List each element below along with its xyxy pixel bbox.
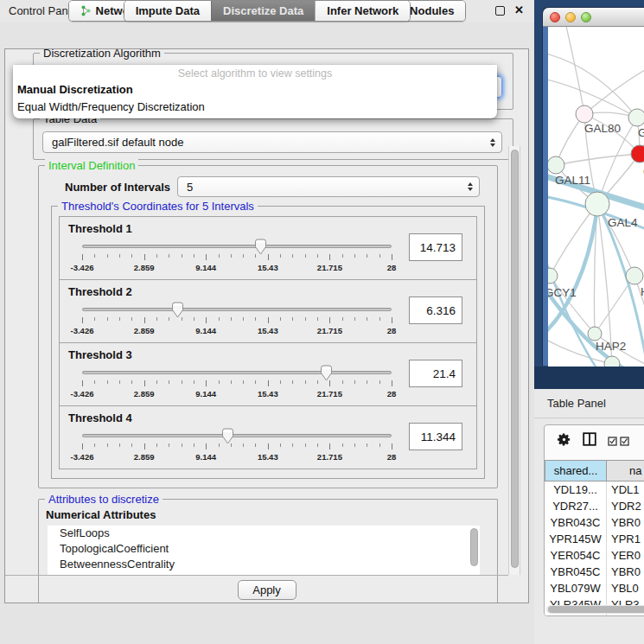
threshold-slider[interactable]: -3.4262.8599.14415.4321.71528 [82,303,392,341]
slider-thumb[interactable] [319,365,334,382]
threshold-slider[interactable]: -3.4262.8599.14415.4321.71528 [82,429,392,467]
network-node-gcy1[interactable] [548,268,558,284]
threshold-value-field[interactable]: 21.4 [409,360,462,387]
table-row[interactable]: YBR043CYBR0 [545,514,644,531]
table-row[interactable]: YER054CYER0 [545,547,644,564]
slider-thumb[interactable] [220,428,235,445]
tick-mark [392,380,392,386]
table-hscrollbar[interactable] [546,605,644,614]
interval-definition-title: Interval Definition [45,159,138,172]
slider-tick-label: 9.144 [195,389,216,399]
table-cell[interactable]: YBR0 [607,564,644,580]
tick-mark [292,380,293,384]
network-node-gal11[interactable] [548,156,564,174]
network-edge [556,154,640,165]
scrollbar-thumb[interactable] [511,150,519,568]
number-of-intervals-combobox[interactable]: 5 [177,176,480,197]
table-cell[interactable]: YBR045C [545,564,607,580]
network-edge [584,61,644,114]
tab-discretize-data[interactable]: Discretize Data [211,1,315,21]
table-cell[interactable]: YDL19... [545,481,607,498]
gear-icon[interactable] [557,432,571,450]
tick-mark [82,443,83,450]
apply-button[interactable]: Apply [238,580,296,600]
column-header-shared-[interactable]: shared... [545,460,607,481]
network-canvas[interactable]: GAL80GACGAL11GAL4GCY1HHAP2 [548,27,644,367]
slider-tick-label: 9.144 [195,326,216,335]
network-node-ga[interactable] [628,109,644,126]
table-cell[interactable]: YER0 [607,547,644,564]
slider-track[interactable] [82,371,392,374]
tick-mark [243,254,244,258]
algorithm-option-manual-discretization[interactable]: Manual Discretization [13,81,497,99]
algorithm-option-equal-width-frequency-discretization[interactable]: Equal Width/Frequency Discretization [13,99,497,116]
zoom-traffic-icon[interactable] [581,12,591,22]
tick-mark [156,380,157,384]
threshold-label: Threshold 2 [68,285,132,298]
threshold-value-field[interactable]: 14.713 [409,233,462,261]
threshold-slider[interactable]: -3.4262.8599.14415.4321.71528 [82,366,392,404]
tick-mark [144,317,145,323]
threshold-value-field[interactable]: 11.344 [409,423,462,450]
tick-mark [255,317,256,321]
slider-track[interactable] [82,245,392,248]
table-row[interactable]: YBL079WYBL0 [545,580,644,596]
slider-track[interactable] [82,434,392,437]
tick-mark [329,254,330,260]
tab-impute-data[interactable]: Impute Data [124,1,211,21]
table-cell[interactable]: YDR27... [545,498,607,514]
scrollbar-thumb[interactable] [548,606,644,613]
network-node-h[interactable] [626,267,643,284]
tick-mark [94,443,95,447]
slider-tick-label: 28 [387,452,397,462]
threshold-value-field[interactable]: 6.316 [409,296,462,324]
network-node-gal4[interactable] [585,192,609,216]
table-row[interactable]: YDL19...YDL1 [545,481,644,498]
tick-mark [206,254,207,260]
table-data-combobox[interactable]: galFiltered.sif default node [42,131,502,153]
minimize-traffic-icon[interactable] [565,12,576,22]
table-cell[interactable]: YBL0 [607,580,644,596]
table-header-row: shared...na [545,460,644,481]
threshold-slider[interactable]: -3.4262.8599.14415.4321.71528 [82,239,392,277]
table-cell[interactable]: YBL079W [545,580,607,596]
tick-mark [107,317,108,321]
slider-thumb[interactable] [253,239,268,256]
tab-infer-network[interactable]: Infer Network [315,1,410,21]
list-scrollbar[interactable] [470,528,478,566]
tick-mark [194,317,194,321]
panel-scrollbar[interactable] [508,146,520,575]
slider-thumb[interactable] [170,302,185,319]
tick-mark [243,317,244,321]
table-rows: YDL19...YDL1YDR27...YDR2YBR043CYBR0YPR14… [545,481,644,616]
slider-tick-label: -3.426 [71,326,94,335]
network-node-hap2[interactable] [588,327,602,341]
attribute-item-topologicalcoefficient[interactable]: TopologicalCoefficient [48,541,480,557]
table-cell[interactable]: YPR1 [607,531,644,547]
table-cell[interactable]: YPR145W [545,531,607,547]
network-node-c[interactable] [631,145,644,163]
columns-icon[interactable] [583,432,596,450]
column-header-na[interactable]: na [607,460,644,481]
tick-mark [280,317,281,321]
attribute-item-selfloops[interactable]: SelfLoops [48,526,480,541]
tick-mark [131,443,132,447]
algorithm-dropdown-options: Manual DiscretizationEqual Width/Frequen… [13,81,497,116]
select-all-checkboxes-icon[interactable] [608,437,629,446]
table-row[interactable]: YPR145WYPR1 [545,531,644,547]
network-node-gal80[interactable] [576,105,593,123]
table-cell[interactable]: YER054C [545,547,607,564]
table-cell[interactable]: YDR2 [607,498,644,514]
close-traffic-icon[interactable] [550,12,560,22]
tick-mark [379,317,380,321]
slider-track[interactable] [82,308,392,311]
table-data-group: Table Data galFiltered.sif default node [33,118,513,160]
right-pane: GAL80GACGAL11GAL4GCY1HHAP2 Table Panel s… [534,0,644,644]
attribute-item-betweennesscentrality[interactable]: BetweennessCentrality [48,557,480,572]
tick-mark [94,254,95,258]
table-row[interactable]: YBR045CYBR0 [545,564,644,580]
table-cell[interactable]: YBR0 [607,514,644,531]
table-cell[interactable]: YDL1 [607,481,644,498]
table-cell[interactable]: YBR043C [545,514,607,531]
table-row[interactable]: YDR27...YDR2 [545,498,644,514]
